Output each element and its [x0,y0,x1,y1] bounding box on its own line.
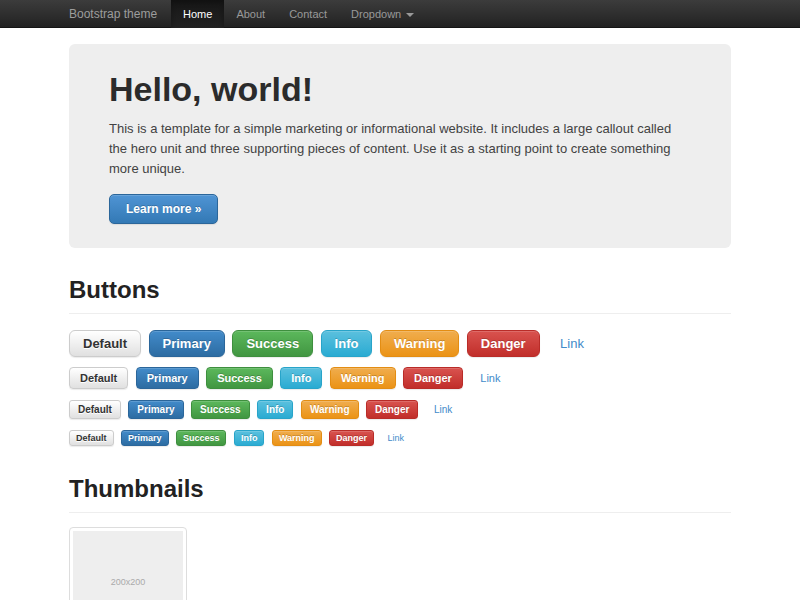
danger-button-md[interactable]: Danger [403,367,463,389]
thumbnails-section-heading: Thumbnails [69,475,731,513]
chevron-down-icon [406,13,414,17]
button-row-xsmall: Default Primary Success Info Warning Dan… [69,429,731,447]
info-button-lg[interactable]: Info [321,330,373,357]
nav-item-contact-label: Contact [289,0,327,28]
nav-item-contact[interactable]: Contact [277,0,339,28]
danger-button-xs[interactable]: Danger [329,430,374,446]
nav-item-dropdown-label: Dropdown [351,0,401,28]
default-button-xs[interactable]: Default [69,430,114,446]
thumbnail-placeholder-image: 200x200 [73,531,183,600]
danger-button-lg[interactable]: Danger [467,330,540,357]
success-button-md[interactable]: Success [206,367,273,389]
nav-item-home-label: Home [183,0,212,28]
primary-button-xs[interactable]: Primary [121,430,169,446]
link-button-md[interactable]: Link [470,368,510,388]
primary-button-md[interactable]: Primary [136,367,199,389]
default-button-md[interactable]: Default [69,367,128,389]
link-button-sm[interactable]: Link [426,401,460,418]
info-button-xs[interactable]: Info [234,430,265,446]
warning-button-md[interactable]: Warning [330,367,396,389]
info-button-md[interactable]: Info [280,367,322,389]
danger-button-sm[interactable]: Danger [366,400,418,419]
navbar-brand[interactable]: Bootstrap theme [69,0,171,28]
success-button-lg[interactable]: Success [232,330,313,357]
navbar: Bootstrap theme Home About Contact Dropd… [0,0,800,28]
nav-item-dropdown[interactable]: Dropdown [339,0,426,28]
success-button-sm[interactable]: Success [191,400,250,419]
nav-item-about[interactable]: About [224,0,277,28]
link-button-xs[interactable]: Link [381,431,410,445]
warning-button-sm[interactable]: Warning [301,400,359,419]
info-button-sm[interactable]: Info [257,400,293,419]
warning-button-xs[interactable]: Warning [272,430,322,446]
link-button-lg[interactable]: Link [547,331,597,356]
warning-button-lg[interactable]: Warning [380,330,460,357]
navbar-nav: Home About Contact Dropdown [171,0,426,28]
default-button-lg[interactable]: Default [69,330,141,357]
nav-item-about-label: About [236,0,265,28]
hero-description: This is a template for a simple marketin… [109,119,691,179]
hero-unit: Hello, world! This is a template for a s… [69,44,731,248]
button-row-large: Default Primary Success Info Warning Dan… [69,330,731,357]
nav-item-home[interactable]: Home [171,0,224,28]
success-button-xs[interactable]: Success [176,430,227,446]
default-button-sm[interactable]: Default [69,400,121,419]
buttons-section-heading: Buttons [69,276,731,314]
hero-title: Hello, world! [109,70,691,109]
primary-button-lg[interactable]: Primary [149,330,225,357]
primary-button-sm[interactable]: Primary [128,400,183,419]
thumbnail[interactable]: 200x200 [69,527,187,600]
button-row-small: Default Primary Success Info Warning Dan… [69,399,731,418]
learn-more-button[interactable]: Learn more » [109,194,218,224]
button-row-default: Default Primary Success Info Warning Dan… [69,367,731,389]
